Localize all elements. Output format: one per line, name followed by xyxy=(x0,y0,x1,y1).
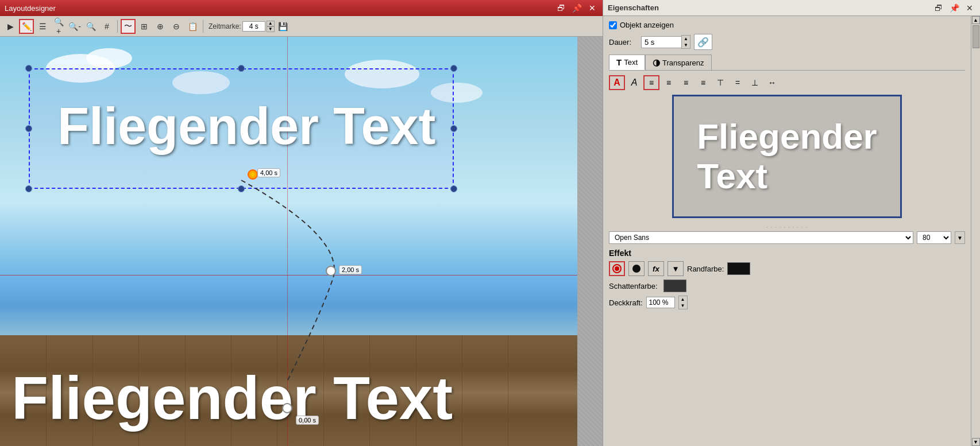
handle-mid-left[interactable] xyxy=(25,125,32,132)
effect-fx-button[interactable]: fx xyxy=(648,261,664,276)
scroll-up-arrow[interactable]: ▲ xyxy=(972,16,980,24)
dauer-up[interactable]: ▲ xyxy=(682,36,690,42)
keyframe-2s-dot[interactable] xyxy=(326,266,336,276)
objekt-anzeigen-text: Objekt anzeigen xyxy=(620,21,674,29)
preview-text: FliegenderText xyxy=(685,111,889,201)
main-toolbar: ▶ ✏️ ☰ 🔍+ 🔍- 🔍 # 〜 ⊞ ⊕ ⊖ 📋 Zeitmarke: ▲ … xyxy=(0,16,603,37)
objekt-anzeigen-row: Objekt anzeigen xyxy=(609,21,965,29)
zeitmarke-spin: ▲ ▼ xyxy=(267,21,275,32)
font-size-select[interactable]: 80 xyxy=(917,231,951,244)
effect-arrow-button[interactable]: ▼ xyxy=(668,261,684,276)
zoom-in-button[interactable]: 🔍+ xyxy=(51,19,66,34)
font-row: Open Sans 80 ▼ xyxy=(609,231,965,244)
handle-mid-right[interactable] xyxy=(450,125,457,132)
right-pin-button[interactable]: 📌 xyxy=(947,3,962,13)
scrollbar-track[interactable] xyxy=(972,25,980,437)
format-toolbar: A A ≡ ≡ ≡ ≡ ⊤ = ⊥ ↔ xyxy=(609,75,965,90)
dauer-input[interactable] xyxy=(641,36,681,48)
path-tool-button[interactable]: 〜 xyxy=(121,19,136,34)
handle-bot-right[interactable] xyxy=(450,185,457,192)
align-left-button[interactable]: ≡ xyxy=(643,75,659,90)
grid-button[interactable]: # xyxy=(99,19,114,34)
deckkraft-row: Deckkraft: ▲ ▼ xyxy=(609,296,965,309)
schattenfarbe-row: Schattenfarbe: xyxy=(609,280,965,292)
scene: Fliegender Text 4,00 s 2,00 s Fliegender… xyxy=(0,37,577,446)
svg-point-2 xyxy=(632,265,641,273)
align-right-button[interactable]: ≡ xyxy=(678,75,694,90)
transparenz-tab-icon: ◑ xyxy=(653,57,660,68)
schattenfarbe-label: Schattenfarbe: xyxy=(609,282,658,290)
text-object-top[interactable]: Fliegender Text 4,00 s xyxy=(29,68,454,189)
copy-button[interactable]: 📋 xyxy=(185,19,200,34)
handle-top-right[interactable] xyxy=(450,65,457,72)
handle-top-mid[interactable] xyxy=(238,65,245,72)
right-title: Eigenschaften xyxy=(608,3,659,12)
pin-button[interactable]: 📌 xyxy=(570,3,584,13)
dauer-down[interactable]: ▼ xyxy=(682,42,690,48)
font-size-down[interactable]: ▼ xyxy=(955,231,965,244)
right-close-button[interactable]: ✕ xyxy=(964,3,975,13)
tab-transparenz-label: Transparenz xyxy=(662,59,704,67)
close-button[interactable]: ✕ xyxy=(587,3,598,13)
scrollbar-thumb[interactable] xyxy=(973,25,979,48)
objekt-anzeigen-checkbox[interactable] xyxy=(609,21,617,29)
grip-dots: · · · · · · · · · · xyxy=(609,224,965,230)
dauer-spin-btns: ▲ ▼ xyxy=(681,35,690,49)
deckkraft-up[interactable]: ▲ xyxy=(679,296,687,302)
minimize-button[interactable]: 🗗 xyxy=(555,3,568,13)
keyframe-0s-label: 0,00 s xyxy=(296,416,319,425)
randfarbe-color[interactable] xyxy=(727,262,750,275)
zoom-reset-button[interactable]: 🔍 xyxy=(83,19,98,34)
tab-transparenz[interactable]: ◑ Transparenz xyxy=(645,55,712,70)
save-button[interactable]: 💾 xyxy=(276,19,291,34)
tab-text[interactable]: T Text xyxy=(609,55,645,70)
effect-filled-button[interactable] xyxy=(628,261,645,276)
add-media-button[interactable]: ⊞ xyxy=(137,19,152,34)
keyframe-0s-dot[interactable] xyxy=(282,403,292,413)
scroll-down-arrow[interactable]: ▼ xyxy=(972,438,980,446)
italic-button[interactable]: A xyxy=(626,75,642,90)
zeitmarke-input[interactable] xyxy=(242,21,265,32)
dauer-spin: ▲ ▼ xyxy=(641,35,690,49)
font-select[interactable]: Open Sans xyxy=(609,231,913,244)
align-center-button[interactable]: ≡ xyxy=(661,75,677,90)
justify-button[interactable]: ≡ xyxy=(695,75,711,90)
link-button[interactable]: 🔗 xyxy=(694,34,712,50)
handle-bot-mid[interactable] xyxy=(238,185,245,192)
effect-buttons-row: fx ▼ Randfarbe: xyxy=(609,261,965,276)
keyframe-4s-dot[interactable] xyxy=(248,169,258,180)
cloud2 xyxy=(86,48,132,68)
deckkraft-input[interactable] xyxy=(646,297,675,308)
bold-button[interactable]: A xyxy=(609,75,625,90)
align-top-button[interactable]: ⊤ xyxy=(712,75,728,90)
tab-text-label: Text xyxy=(624,58,638,67)
properties-content: Objekt anzeigen Dauer: ▲ ▼ 🔗 T xyxy=(603,16,971,446)
handle-bot-left[interactable] xyxy=(25,185,32,192)
draw-tool-button[interactable]: ✏️ xyxy=(19,19,34,34)
schattenfarbe-color[interactable] xyxy=(663,280,686,292)
align-bot-button[interactable]: ⊥ xyxy=(747,75,763,90)
layoutdesigner-panel: Layoutdesigner 🗗 📌 ✕ ▶ ✏️ ☰ 🔍+ 🔍- 🔍 # 〜 … xyxy=(0,0,603,446)
deckkraft-down[interactable]: ▼ xyxy=(679,302,687,309)
effect-circle-button[interactable] xyxy=(609,261,625,276)
deckkraft-label: Deckkraft: xyxy=(609,298,643,307)
objekt-anzeigen-label: Objekt anzeigen xyxy=(609,21,674,29)
filled-effect-icon xyxy=(631,263,642,274)
add-button[interactable]: ⊕ xyxy=(153,19,168,34)
zeitmarke-up[interactable]: ▲ xyxy=(267,21,275,26)
zeitmarke-down[interactable]: ▼ xyxy=(267,26,275,32)
left-title-bar: Layoutdesigner 🗗 📌 ✕ xyxy=(0,0,603,16)
properties-tabs: T Text ◑ Transparenz xyxy=(609,55,965,71)
remove-button[interactable]: ⊖ xyxy=(169,19,184,34)
text-direction-button[interactable]: ↔ xyxy=(764,75,780,90)
right-minimize-button[interactable]: 🗗 xyxy=(932,3,945,13)
effekt-title: Effekt xyxy=(609,249,965,258)
right-scrollbar: ▲ ▼ xyxy=(971,16,980,446)
canvas-area[interactable]: Fliegender Text 4,00 s 2,00 s Fliegender… xyxy=(0,37,603,446)
list-tool-button[interactable]: ☰ xyxy=(35,19,50,34)
right-title-bar: Eigenschaften 🗗 📌 ✕ xyxy=(603,0,980,16)
zoom-out-button[interactable]: 🔍- xyxy=(67,19,82,34)
select-tool-button[interactable]: ▶ xyxy=(3,19,18,34)
handle-top-left[interactable] xyxy=(25,65,32,72)
align-mid-button[interactable]: = xyxy=(730,75,746,90)
